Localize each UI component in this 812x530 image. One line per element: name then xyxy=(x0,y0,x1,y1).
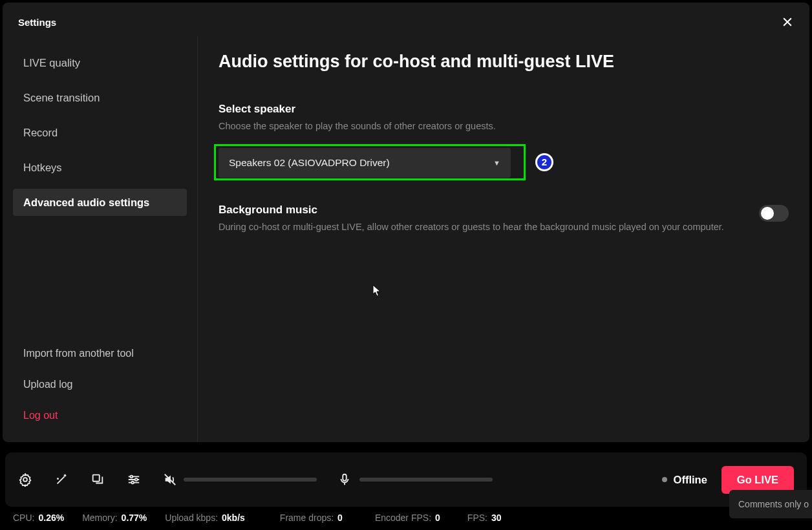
svg-point-0 xyxy=(23,478,27,482)
layers-icon xyxy=(91,472,105,487)
logout-link[interactable]: Log out xyxy=(13,405,187,427)
sidebar-item-record[interactable]: Record xyxy=(13,119,187,146)
bgm-toggle[interactable] xyxy=(759,205,789,222)
stats-bar: CPU:0.26% Memory:0.77% Upload kbps:0kb/s… xyxy=(13,511,502,525)
volume-slider[interactable] xyxy=(184,478,317,482)
settings-button[interactable] xyxy=(17,471,34,488)
bgm-section-title: Background music xyxy=(219,204,724,217)
stat-encoder-fps: Encoder FPS:0 xyxy=(375,513,440,523)
chevron-down-icon: ▼ xyxy=(493,159,500,167)
sidebar-item-label: Hotkeys xyxy=(23,162,62,174)
mic-button[interactable] xyxy=(336,471,353,488)
stat-upload: Upload kbps:0kb/s xyxy=(165,513,245,523)
upload-log-link[interactable]: Upload log xyxy=(13,374,187,396)
bottom-toolbar: Offline Go LIVE xyxy=(5,452,807,507)
toggle-knob xyxy=(761,207,774,220)
magic-wand-icon xyxy=(54,472,69,487)
sidebar-item-scene-transition[interactable]: Scene transition xyxy=(13,84,187,111)
sidebar-item-hotkeys[interactable]: Hotkeys xyxy=(13,154,187,181)
stat-cpu: CPU:0.26% xyxy=(13,513,64,523)
speaker-section: Select speaker Choose the speaker to pla… xyxy=(219,103,789,178)
speaker-section-title: Select speaker xyxy=(219,103,496,116)
modal-header: Settings xyxy=(3,3,809,36)
mute-speaker-button[interactable] xyxy=(162,471,178,488)
svg-rect-1 xyxy=(93,475,100,482)
stat-frame-drops: Frame drops:0 xyxy=(280,513,343,523)
svg-rect-5 xyxy=(343,474,347,481)
comments-panel-stub: Comments only o xyxy=(729,490,812,518)
svg-point-2 xyxy=(131,476,133,478)
modal-title: Settings xyxy=(18,17,56,28)
bgm-section-desc: During co-host or multi-guest LIVE, allo… xyxy=(219,220,724,235)
import-link[interactable]: Import from another tool xyxy=(13,343,187,365)
settings-modal: Settings LIVE quality Scene transition R… xyxy=(3,3,809,442)
sliders-icon xyxy=(127,472,141,487)
close-button[interactable] xyxy=(778,13,796,31)
status-dot-icon xyxy=(662,477,667,482)
sidebar-item-label: Advanced audio settings xyxy=(23,196,149,209)
speaker-section-desc: Choose the speaker to play the sounds of… xyxy=(219,120,496,134)
sliders-button[interactable] xyxy=(125,471,142,488)
settings-content: Audio settings for co-host and multi-gue… xyxy=(198,36,809,442)
sidebar-item-label: Scene transition xyxy=(23,92,100,104)
stat-memory: Memory:0.77% xyxy=(82,513,147,523)
magic-wand-button[interactable] xyxy=(53,471,70,488)
modal-body: LIVE quality Scene transition Record Hot… xyxy=(3,36,809,442)
speaker-muted-icon xyxy=(163,472,177,487)
settings-sidebar: LIVE quality Scene transition Record Hot… xyxy=(3,36,198,442)
page-title: Audio settings for co-host and multi-gue… xyxy=(219,52,789,72)
speaker-select-value: Speakers 02 (ASIOVADPRO Driver) xyxy=(229,157,390,169)
stat-fps: FPS:30 xyxy=(467,513,502,523)
svg-point-4 xyxy=(131,482,134,484)
microphone-icon xyxy=(337,472,352,487)
sidebar-item-label: LIVE quality xyxy=(23,57,80,69)
gear-icon xyxy=(18,472,32,487)
annotation-badge-2: 2 xyxy=(535,153,553,171)
svg-point-3 xyxy=(135,478,138,481)
close-icon xyxy=(781,16,794,28)
mic-slider[interactable] xyxy=(359,478,493,482)
sidebar-item-label: Record xyxy=(23,127,58,139)
status-text: Offline xyxy=(674,474,707,486)
speaker-select[interactable]: Speakers 02 (ASIOVADPRO Driver) ▼ xyxy=(219,148,511,178)
stream-status: Offline xyxy=(662,474,707,486)
bgm-section: Background music During co-host or multi… xyxy=(219,204,789,235)
sidebar-item-advanced-audio[interactable]: Advanced audio settings xyxy=(13,189,187,216)
layers-button[interactable] xyxy=(89,471,106,488)
sidebar-item-live-quality[interactable]: LIVE quality xyxy=(13,49,187,76)
